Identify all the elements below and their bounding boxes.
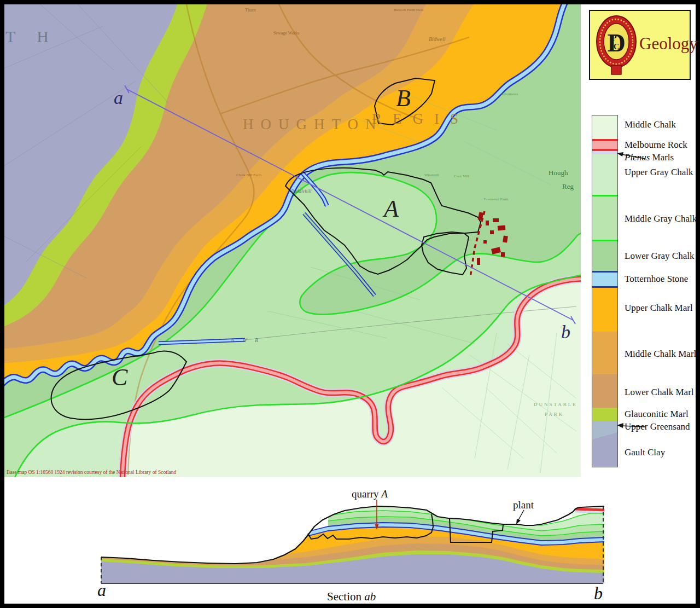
placename-reg: Reg xyxy=(562,182,574,191)
placename-nwr: N W R xyxy=(231,337,261,343)
legend-swatch-middle-chalk xyxy=(592,115,617,139)
placename-windmill: Windmill xyxy=(424,173,439,177)
legend-label-upper-chalk-marl: Upper Chalk Marl xyxy=(625,303,693,314)
plenus-marls-arrow-icon xyxy=(616,149,646,161)
placename-bidwell-farm-west: Bidwell Farm West xyxy=(394,8,423,12)
map-attribution: Base map OS 1:10560 1924 revision courte… xyxy=(7,470,176,475)
section-line-a-label: a xyxy=(114,88,123,108)
cross-section: quarry A plant a b Section ab xyxy=(0,482,700,604)
placename-top-left: T H xyxy=(5,27,57,46)
legend-label-upper-gray-chalk: Upper Gray Chalk xyxy=(625,167,693,178)
legend-column xyxy=(592,115,618,467)
legend-label-lower-gray-chalk: Lower Gray Chalk xyxy=(625,251,694,262)
frame-top xyxy=(0,0,700,4)
section-plant-label: plant xyxy=(513,499,534,511)
section-title: Section ab xyxy=(327,590,376,604)
quarry-c-label: C xyxy=(112,363,127,391)
legend-swatch-upper-chalk-marl xyxy=(592,288,617,332)
placename-thorn: Thorn xyxy=(245,8,256,13)
legend-label-gault-clay: Gault Clay xyxy=(625,447,665,458)
placename-townsend-farm: Townsend Farm xyxy=(483,197,508,201)
placename-dunstable: DUNSTABLE xyxy=(534,402,578,407)
geology-map-figure: T H HOUGHTON REGIS A B C a b N W R Puddl… xyxy=(0,0,700,608)
legend-swatch-glauconitic-marl xyxy=(592,408,617,421)
legend-label-middle-gray-chalk: Middle Gray Chalk xyxy=(625,213,697,224)
upper-greensand-arrow-icon xyxy=(616,420,646,432)
placename-allotments: Allotments xyxy=(501,92,518,96)
map-canvas xyxy=(4,4,581,477)
legend-swatch-upper-greensand xyxy=(592,421,617,432)
placename-hough: Hough xyxy=(549,169,568,177)
legend-swatch-gault-clay xyxy=(592,439,617,467)
quarry-a-label: A xyxy=(384,195,399,223)
section-b-label: b xyxy=(594,583,603,604)
plenus-rest: Marls xyxy=(650,152,674,163)
legend-label-glauconitic-marl: Glauconitic Marl xyxy=(625,409,689,420)
quarry-label-prefix: quarry xyxy=(352,488,381,500)
legend-swatch-middle-chalk-marl xyxy=(592,332,617,374)
placename-regis: REGIS xyxy=(372,111,469,128)
legend-swatch-middle-gray-chalk xyxy=(592,196,617,240)
legend-swatch-lower-gray-chalk xyxy=(592,241,617,271)
logo-box: D P C Geology xyxy=(589,10,691,80)
geological-map: T H HOUGHTON REGIS A B C a b N W R Puddl… xyxy=(4,4,581,477)
legend-label-middle-chalk-marl: Middle Chalk Marl xyxy=(625,349,696,360)
legend-greensand-gault-transition xyxy=(592,432,617,439)
placename-bidwell: Bidwell xyxy=(429,36,446,42)
legend-label-totternhoe-stone: Totternhoe Stone xyxy=(625,274,688,285)
legend-swatch-totternhoe-stone xyxy=(592,273,617,286)
placename-chalk-hill-farm: Chalk Hill Farm xyxy=(236,173,261,177)
dpc-crest-icon: D P C xyxy=(594,13,638,78)
section-title-prefix: Section xyxy=(327,590,364,603)
logo-title: Geology xyxy=(639,34,698,54)
quarry-label-italic: A xyxy=(381,488,388,500)
placename-houghton: HOUGHTON xyxy=(243,116,383,133)
section-title-italic: ab xyxy=(364,590,376,603)
legend-swatch-lower-chalk-marl xyxy=(592,374,617,408)
placename-park: PARK xyxy=(545,412,564,417)
section-a-label: a xyxy=(97,580,106,600)
monogram-c: C xyxy=(614,43,619,51)
section-quarry-a-label: quarry A xyxy=(352,488,388,500)
section-line-b-label: b xyxy=(561,322,570,343)
section-layers xyxy=(101,505,604,583)
frame-bottom xyxy=(0,604,700,608)
quarry-b-label: B xyxy=(396,84,411,112)
placename-sewage-works: Sewage Works xyxy=(273,31,299,36)
placename-corn-mill: Corn Mill xyxy=(454,174,469,178)
legend-swatch-upper-gray-chalk xyxy=(592,154,617,195)
legend: Middle Chalk Melbourne Rock Plenus Marls… xyxy=(592,115,696,471)
monogram-p: P xyxy=(611,33,617,42)
placename-puddlehill: Puddlehill xyxy=(291,188,312,194)
legend-label-middle-chalk: Middle Chalk xyxy=(625,119,676,130)
legend-label-lower-chalk-marl: Lower Chalk Marl xyxy=(625,387,694,398)
legend-swatch-melbourne-rock xyxy=(592,139,617,151)
